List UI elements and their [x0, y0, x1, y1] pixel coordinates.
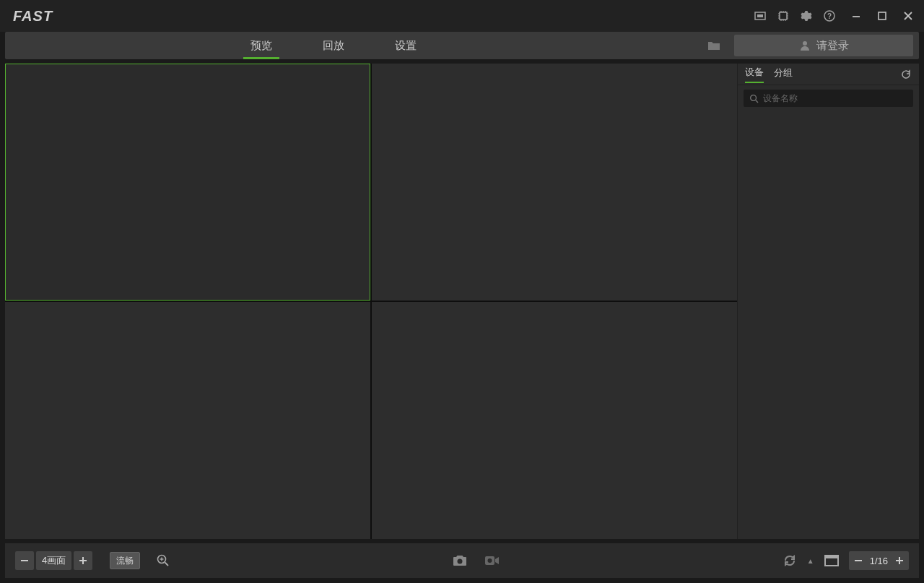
tab-preview[interactable]: 预览 — [250, 32, 272, 59]
svg-text:?: ? — [827, 12, 832, 20]
svg-line-28 — [165, 563, 169, 566]
svg-point-21 — [803, 41, 807, 46]
svg-rect-1 — [757, 14, 763, 17]
video-grid — [5, 64, 737, 539]
cycle-icon[interactable] — [783, 553, 797, 568]
video-tile-3[interactable] — [5, 302, 370, 539]
main-area: 设备 分组 — [0, 59, 924, 539]
chevron-up-icon[interactable]: ▲ — [807, 557, 814, 565]
titlebar: FAST ? — [0, 0, 924, 32]
video-area — [5, 64, 737, 539]
folder-icon[interactable] — [707, 38, 721, 53]
login-button[interactable]: 请登录 — [734, 35, 913, 56]
app-logo: FAST — [13, 8, 53, 25]
page-next-button[interactable] — [890, 551, 909, 570]
user-icon — [799, 40, 811, 51]
minimize-button[interactable] — [850, 10, 862, 22]
svg-rect-18 — [879, 12, 886, 20]
sidebar-tab-devices[interactable]: 设备 — [745, 66, 764, 83]
svg-point-31 — [458, 559, 463, 564]
video-tile-1[interactable] — [5, 64, 370, 301]
cpu-icon[interactable] — [777, 9, 790, 22]
fullscreen-icon[interactable] — [824, 555, 839, 566]
record-icon[interactable] — [484, 553, 501, 568]
sidebar-tab-groups[interactable]: 分组 — [774, 66, 793, 82]
snapshot-icon[interactable] — [452, 553, 468, 568]
recording-icon[interactable] — [754, 9, 767, 22]
video-tile-4[interactable] — [372, 302, 737, 539]
tab-playback[interactable]: 回放 — [323, 32, 344, 59]
svg-line-23 — [756, 100, 758, 102]
layout-decrease-button[interactable] — [15, 551, 34, 570]
bottom-toolbar: 4画面 流畅 ▲ 1/16 — [5, 543, 919, 578]
svg-rect-35 — [825, 556, 838, 558]
device-search-input[interactable] — [763, 93, 907, 103]
layout-increase-button[interactable] — [74, 551, 92, 570]
svg-rect-2 — [780, 12, 787, 20]
video-tile-2[interactable] — [372, 64, 737, 301]
device-sidebar: 设备 分组 — [737, 64, 919, 539]
stream-quality-button[interactable]: 流畅 — [110, 552, 140, 569]
svg-point-22 — [751, 95, 757, 100]
close-button[interactable] — [902, 10, 914, 22]
zoom-in-icon[interactable] — [156, 553, 170, 568]
refresh-icon[interactable] — [900, 69, 912, 80]
device-list — [738, 111, 919, 539]
gear-icon[interactable] — [800, 9, 813, 22]
main-tabbar: 预览 回放 设置 请登录 — [5, 32, 919, 59]
svg-point-33 — [488, 558, 492, 563]
device-search[interactable] — [744, 90, 913, 107]
help-icon[interactable]: ? — [823, 9, 836, 22]
tab-settings[interactable]: 设置 — [395, 32, 417, 59]
maximize-button[interactable] — [876, 10, 888, 22]
search-icon — [749, 94, 759, 103]
login-label: 请登录 — [816, 39, 849, 53]
layout-label: 4画面 — [36, 551, 71, 570]
